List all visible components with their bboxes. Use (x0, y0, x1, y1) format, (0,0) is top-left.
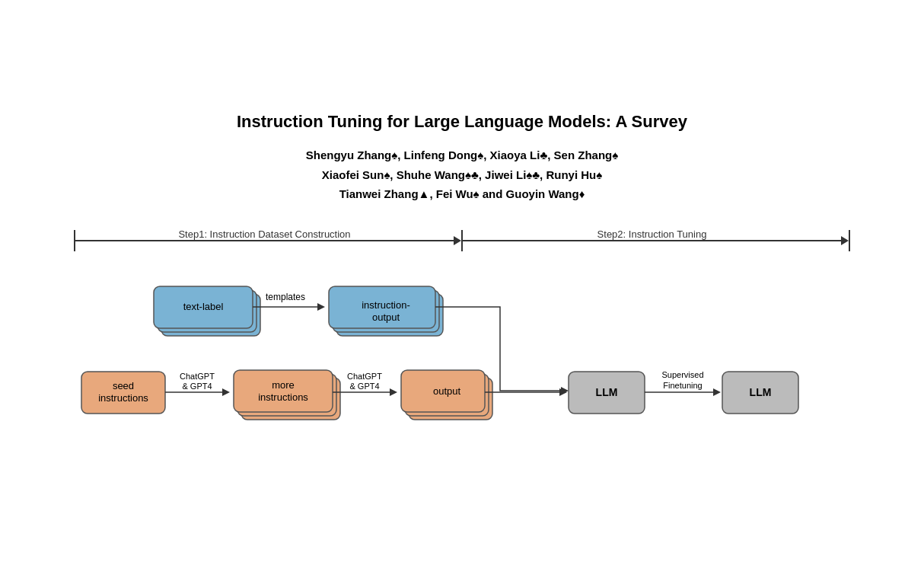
svg-rect-5 (336, 294, 443, 336)
output-box-text: output (433, 385, 461, 397)
authors-line2: Xiaofei Sun♠, Shuhe Wang♠♣, Jiwei Li♠♣, … (74, 165, 850, 185)
more-instructions-text2: instructions (258, 391, 308, 403)
text-label-box: text-label (183, 301, 224, 312)
svg-rect-7 (329, 286, 435, 328)
more-instructions-text1: more (272, 379, 295, 391)
svg-marker-24 (559, 388, 567, 396)
authors-line3: Tianwei Zhang▲, Fei Wu♠ and Guoyin Wang♦ (74, 184, 850, 204)
chatgpt-label-2: ChatGPT (347, 372, 382, 381)
page: Instruction Tuning for Large Language Mo… (43, 89, 881, 486)
svg-rect-1 (158, 290, 256, 332)
llm1-text: LLM (596, 386, 618, 398)
templates-label: templates (266, 292, 305, 302)
full-diagram: text-label templates instruction- output (74, 265, 850, 463)
svg-text:output: output (372, 311, 400, 323)
svg-rect-14 (241, 378, 340, 420)
svg-marker-27 (713, 388, 721, 396)
svg-rect-2 (154, 286, 253, 328)
svg-marker-18 (390, 388, 397, 396)
paper-title: Instruction Tuning for Large Language Mo… (74, 112, 850, 132)
svg-rect-21 (405, 374, 489, 416)
diagram-container: Step1: Instruction Dataset Construction … (74, 227, 850, 463)
svg-marker-12 (222, 388, 230, 396)
svg-marker-9 (561, 387, 569, 395)
svg-rect-20 (409, 378, 492, 420)
authors-block: Shengyu Zhang♠, Linfeng Dong♠, Xiaoya Li… (74, 145, 850, 204)
svg-rect-28 (722, 372, 798, 414)
svg-text:& GPT4: & GPT4 (349, 382, 379, 391)
svg-rect-6 (333, 290, 439, 332)
svg-text:& GPT4: & GPT4 (182, 382, 212, 391)
instruction-output-box: instruction- (362, 299, 410, 311)
seed-instructions-text2: instructions (98, 392, 148, 404)
svg-rect-22 (401, 370, 485, 412)
svg-rect-16 (234, 370, 333, 412)
supervised-label1: Supervised (661, 370, 703, 379)
seed-instructions-text1: seed (113, 380, 134, 391)
svg-rect-15 (237, 374, 336, 416)
svg-rect-10 (81, 372, 165, 414)
chatgpt-label-1: ChatGPT (180, 372, 215, 381)
llm2-text: LLM (750, 386, 772, 398)
authors-line1: Shengyu Zhang♠, Linfeng Dong♠, Xiaoya Li… (74, 145, 850, 165)
diagram-svg: text-label templates instruction- output (74, 265, 850, 463)
step2-label: Step2: Instruction Tuning (593, 228, 712, 239)
steps-row: Step1: Instruction Dataset Construction … (74, 227, 850, 254)
svg-rect-0 (161, 294, 260, 336)
step1-label: Step1: Instruction Dataset Construction (174, 228, 355, 239)
svg-rect-25 (569, 372, 645, 414)
supervised-label2: Finetuning (663, 381, 702, 390)
svg-marker-4 (317, 303, 325, 311)
